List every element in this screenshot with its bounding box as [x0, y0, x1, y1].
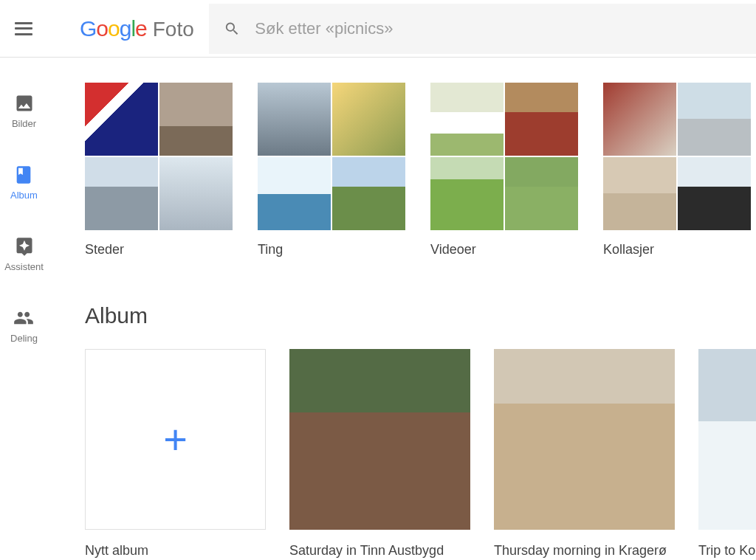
photo-icon: [14, 93, 35, 114]
app-header: Google Foto: [0, 0, 756, 58]
album-card[interactable]: Saturday in Tinn Austbygd 23 elementer: [289, 349, 470, 560]
albums-row: + Nytt album Saturday in Tinn Austbygd 2…: [85, 349, 756, 560]
album-thumbnail: [289, 349, 470, 530]
main-content: Steder Ting Videoer Kollasjer Album: [85, 83, 756, 560]
category-videos[interactable]: Videoer: [430, 83, 578, 257]
google-logo: Google: [80, 16, 147, 41]
assistant-icon: [14, 236, 35, 257]
sidebar-item-albums[interactable]: Album: [10, 165, 38, 201]
search-input[interactable]: [255, 19, 741, 38]
sidebar-item-photos[interactable]: Bilder: [12, 93, 36, 129]
new-album-card[interactable]: + Nytt album: [85, 349, 266, 560]
album-card[interactable]: Trip to Ko 32 elementer: [698, 349, 756, 560]
logo-subtitle: Foto: [153, 18, 194, 41]
category-thumbnail: [603, 83, 751, 230]
sidebar-item-label: Assistent: [4, 261, 44, 272]
sidebar-item-label: Album: [10, 190, 38, 201]
new-album-thumbnail: +: [85, 349, 266, 530]
album-thumbnail: [698, 349, 756, 530]
album-icon: [13, 165, 34, 185]
categories-row: Steder Ting Videoer Kollasjer: [85, 83, 756, 257]
category-thumbnail: [85, 83, 233, 230]
plus-icon: +: [163, 415, 188, 463]
search-icon: [224, 20, 241, 38]
album-title: Saturday in Tinn Austbygd: [289, 543, 470, 559]
category-places[interactable]: Steder: [85, 83, 233, 257]
hamburger-menu-icon[interactable]: [15, 22, 32, 35]
category-thumbnail: [258, 83, 405, 230]
category-label: Kollasjer: [603, 242, 751, 257]
search-box[interactable]: [209, 4, 756, 54]
sidebar-item-sharing[interactable]: Deling: [10, 308, 38, 344]
sidebar-item-label: Deling: [10, 333, 38, 344]
album-title: Nytt album: [85, 543, 266, 559]
category-things[interactable]: Ting: [258, 83, 405, 257]
album-title: Trip to Ko: [698, 543, 756, 559]
album-title: Thursday morning in Kragerø: [494, 543, 675, 559]
category-label: Steder: [85, 242, 233, 257]
sidebar-item-label: Bilder: [12, 118, 36, 129]
sidebar-item-assistant[interactable]: Assistent: [4, 236, 44, 272]
category-thumbnail: [430, 83, 578, 230]
category-label: Videoer: [430, 242, 578, 257]
category-collages[interactable]: Kollasjer: [603, 83, 751, 257]
category-label: Ting: [258, 242, 405, 257]
albums-section-title: Album: [85, 303, 756, 328]
people-icon: [13, 308, 34, 328]
app-logo[interactable]: Google Foto: [80, 16, 194, 41]
album-card[interactable]: Thursday morning in Kragerø 9 elementer: [494, 349, 675, 560]
sidebar: Bilder Album Assistent Deling: [0, 58, 48, 379]
album-thumbnail: [494, 349, 675, 530]
